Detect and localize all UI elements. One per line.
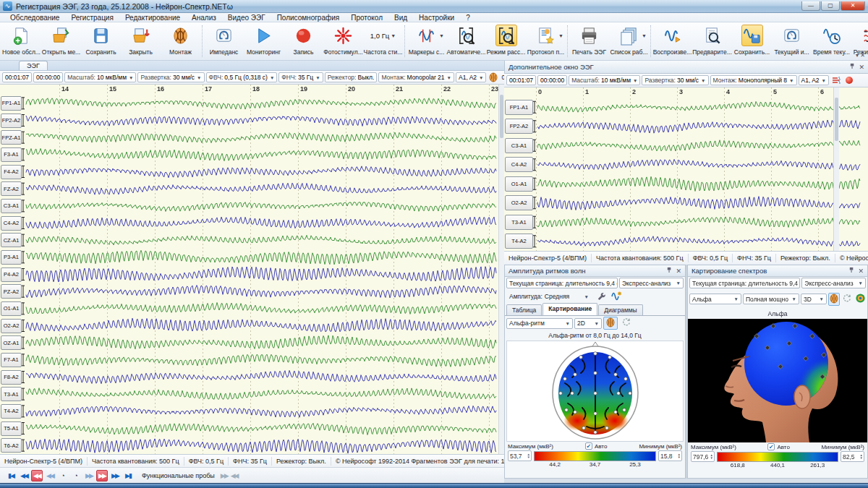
amplitude-mode-select[interactable]: Экспресс-анализ▼ <box>619 278 684 288</box>
setting-field-7[interactable]: Монтаж:Monopolar 21▼ <box>378 72 454 82</box>
toolbar-overflow-controls[interactable]: ▾ ✕ <box>856 52 865 59</box>
chevron-down-icon[interactable]: ▼ <box>129 75 133 80</box>
channel-label-C3-A1[interactable]: C3-A1 <box>1 199 22 213</box>
auto-checkbox[interactable]: ✔ <box>585 442 592 450</box>
toolbar-record-button[interactable]: Запись <box>284 23 323 59</box>
windows-taskbar[interactable] <box>0 483 868 488</box>
tab-Таблица[interactable]: Таблица <box>506 304 542 315</box>
setting-field-1[interactable]: 00:00:00 <box>537 75 567 85</box>
toolbar-save-button[interactable]: Сохранить <box>81 23 121 59</box>
timer-back-button[interactable]: ◔ <box>57 470 69 481</box>
palette-button[interactable] <box>854 293 867 306</box>
setting-field-3[interactable]: Развертка:30 мм/с▼ <box>137 72 204 82</box>
channel-label-F4-A2[interactable]: F4-A2 <box>1 165 22 179</box>
chevron-down-icon[interactable]: ▼ <box>701 78 705 83</box>
rewind-page-button[interactable]: ◀◀ <box>18 470 30 481</box>
toolbar-print-eeg-button[interactable]: Печать ЭЭГ <box>569 23 609 59</box>
toolbar-current-impedance-button[interactable]: Текущий и... <box>772 23 812 59</box>
channel-label-T6-A2[interactable]: T6-A2 <box>1 438 22 453</box>
eeg-plot-area[interactable]: FP1-A1FP2-A2FPZ-A1F3-A1F4-A2FZ-A2C3-A1C4… <box>0 85 504 454</box>
channel-label-FP2-A2[interactable]: FP2-A2 <box>1 114 22 128</box>
chevron-down-icon[interactable]: ▼ <box>822 78 826 83</box>
chevron-down-icon[interactable]: ▼ <box>789 78 793 83</box>
setting-field-0[interactable]: 00:01:07 <box>506 75 536 85</box>
next-test-button[interactable]: ▶▶ <box>221 472 228 479</box>
tab-Картирование[interactable]: Картирование <box>542 303 597 315</box>
setting-field-3[interactable]: Развертка:30 мм/с▼ <box>642 75 708 85</box>
chevron-down-icon[interactable]: ▼ <box>270 75 274 80</box>
channel-label-O1-A1[interactable]: O1-A1 <box>1 301 22 316</box>
close-button[interactable]: ✕ <box>841 1 865 11</box>
channel-label-FP1-A1[interactable]: FP1-A1 <box>505 100 533 115</box>
setting-field-8[interactable]: A1, A2▼ <box>456 72 487 82</box>
toolbar-impedance-button[interactable]: Импеданс <box>204 23 244 59</box>
channel-label-P4-A2[interactable]: P4-A2 <box>1 267 22 282</box>
chevron-down-icon[interactable]: ▼ <box>479 75 483 80</box>
setting-field-0[interactable]: 00:01:07 <box>2 72 32 82</box>
menu-item-8[interactable]: Настройки <box>413 14 460 22</box>
toolbar-monitoring-button[interactable]: Мониторинг <box>244 23 284 59</box>
forward-step-button[interactable]: ▶▶ <box>83 470 95 481</box>
channel-label-F7-A1[interactable]: F7-A1 <box>1 353 22 367</box>
min-spinner[interactable]: 15,8▲▼ <box>658 450 682 461</box>
spectra-mode-select[interactable]: Экспресс-анализ▼ <box>801 278 866 288</box>
min-spinner[interactable]: 82,5▲▼ <box>841 451 864 462</box>
channel-label-FZ-A2[interactable]: FZ-A2 <box>1 181 22 196</box>
close-icon[interactable]: ✕ <box>676 267 681 275</box>
setting-field-1[interactable]: 00:00:00 <box>33 72 63 82</box>
head-map-button[interactable] <box>828 293 840 306</box>
rewind-fast-button[interactable]: ◀◀ <box>31 470 43 481</box>
pin-icon[interactable] <box>849 63 856 71</box>
amplitude-value-select[interactable]: Амплитуда: Средняя▼ <box>506 291 592 302</box>
head-map-button[interactable] <box>603 317 618 330</box>
toolbar-preview-button[interactable]: Предварите... <box>692 23 732 59</box>
channel-label-O1-A1[interactable]: O1-A1 <box>505 176 533 192</box>
channel-label-OZ-A1[interactable]: OZ-A1 <box>1 335 22 350</box>
setting-field-6[interactable]: Режектор:Выкл. <box>325 72 378 82</box>
channel-label-T4-A2[interactable]: T4-A2 <box>1 404 22 419</box>
rhythm-select[interactable]: Альфа-ритм▼ <box>506 318 573 329</box>
chevron-down-icon[interactable]: ▼ <box>315 75 320 80</box>
max-spinner[interactable]: 797,6▲▼ <box>691 451 715 462</box>
menu-item-3[interactable]: Анализ <box>186 14 222 22</box>
minimize-button[interactable]: — <box>801 1 820 11</box>
channel-label-T3-A1[interactable]: T3-A1 <box>1 387 22 401</box>
skip-end-button[interactable]: ▶▮ <box>122 470 134 481</box>
channel-label-O2-A2[interactable]: O2-A2 <box>505 195 533 210</box>
max-spinner[interactable]: 53,7▲▼ <box>508 450 532 461</box>
menu-item-6[interactable]: Протокол <box>345 14 388 22</box>
toolbar-open-card-button[interactable]: Открыть ме... <box>41 23 81 59</box>
setting-field-4[interactable]: ФВЧ:0,5 Гц (0,318 с)▼ <box>206 72 278 82</box>
pin-icon[interactable] <box>848 267 855 275</box>
chevron-down-icon[interactable]: ▼ <box>447 75 451 80</box>
channel-label-C4-A2[interactable]: C4-A2 <box>1 216 22 231</box>
channel-label-O2-A2[interactable]: O2-A2 <box>1 319 22 333</box>
forward-page-button[interactable]: ▶▶ <box>109 470 121 481</box>
spectra-panel-header[interactable]: Картирование спектров ✕ <box>688 265 867 277</box>
channel-label-T3-A1[interactable]: T3-A1 <box>505 215 533 230</box>
setting-field-4[interactable]: Монтаж:Монополярный 8▼ <box>710 75 797 85</box>
extra-eeg-plot-area[interactable]: FP1-A1FP2-A2C3-A1C4-A2O1-A1O2-A2T3-A1T4-… <box>504 87 868 251</box>
toolbar-auto-mode-button[interactable]: Автоматиче... <box>446 23 486 59</box>
channel-label-CZ-A1[interactable]: CZ-A1 <box>1 233 22 247</box>
chevron-down-icon[interactable]: ▼ <box>197 75 201 80</box>
chevron-down-icon[interactable]: ▼ <box>633 78 637 83</box>
channel-label-P3-A1[interactable]: P3-A1 <box>1 250 22 265</box>
tab-eeg[interactable]: ЭЭГ <box>19 61 48 70</box>
toolbar-markers-button[interactable]: ▼Маркеры с... <box>407 23 446 59</box>
skip-start-button[interactable]: ▮◀ <box>5 470 17 481</box>
chevron-down-icon[interactable]: ▼ <box>391 33 396 38</box>
menu-item-4[interactable]: Видео ЭЭГ <box>222 14 271 22</box>
setting-field-2[interactable]: Масштаб:10 мкВ/мм▼ <box>569 75 640 85</box>
toolbar-close-exam-button[interactable]: Закрыть <box>121 23 161 59</box>
toolbar-montage-button[interactable]: Монтаж <box>161 23 200 59</box>
head-3d-map[interactable] <box>688 319 867 442</box>
wave-settings-button[interactable] <box>609 290 624 303</box>
channel-label-PZ-A2[interactable]: PZ-A2 <box>1 284 22 299</box>
toolbar-worklist-button[interactable]: ▼Список раб... <box>609 23 649 59</box>
forward-fast-button[interactable]: ▶▶ <box>96 470 108 481</box>
prev-test-button[interactable]: ◀◀ <box>231 472 238 479</box>
view-3d-select[interactable]: 3D▼ <box>801 294 827 304</box>
amplitude-page-select[interactable]: Текущая страница: длительность 9,4 с▼ <box>506 278 618 288</box>
extra-eeg-header[interactable]: Дополнительное окно ЭЭГ ✕ <box>504 61 868 74</box>
